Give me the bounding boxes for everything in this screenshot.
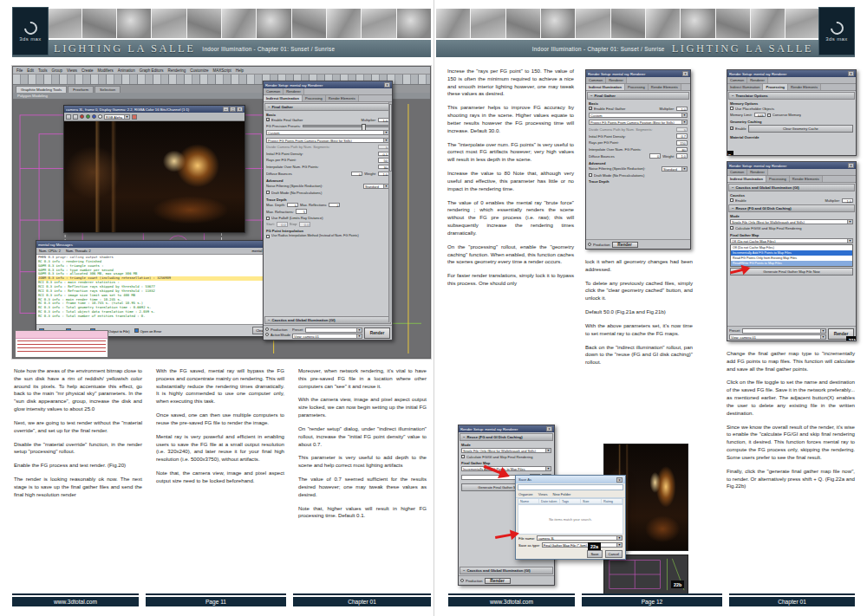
translator-options-rollout[interactable]: Translator Options [728, 92, 855, 100]
caustics-gi-rollout[interactable]: Caustics and Global Illumination (GI) [264, 316, 391, 324]
draft-mode-checkbox[interactable] [589, 173, 592, 177]
max-refractions-spinner[interactable]: 5 [296, 209, 307, 214]
save-image-icon[interactable] [66, 114, 71, 120]
weight-spinner[interactable]: 1.0 [676, 153, 688, 159]
max-depth-spinner[interactable]: 5 [287, 203, 298, 208]
multiplier-spinner[interactable]: 1.0 [676, 107, 688, 112]
geometry-caching-enable-checkbox[interactable] [730, 126, 733, 130]
maxscript-listener[interactable] [15, 330, 108, 358]
caustics-multiplier-spinner[interactable]: 1.0 [842, 198, 853, 204]
alpha-channel-icon[interactable] [98, 114, 102, 119]
caustics-gi-rollout[interactable]: Caustics and Global Illumination (GI) [728, 184, 855, 191]
preset-dropdown[interactable] [305, 327, 362, 333]
tab[interactable]: Processing [303, 95, 326, 101]
menu-item[interactable]: Tools [38, 68, 48, 73]
max-reflections-spinner[interactable]: 2 [329, 203, 340, 208]
column-header[interactable]: Date taken [539, 499, 560, 503]
file-list[interactable]: No items match your search. [518, 504, 623, 535]
rays-per-fg-point-spinner[interactable]: 150 [676, 140, 688, 146]
fg-preset-dropdown[interactable]: Custom [589, 113, 688, 118]
close-icon[interactable] [848, 163, 854, 168]
minimize-icon[interactable] [223, 107, 229, 112]
close-icon[interactable] [682, 71, 688, 76]
fg-precision-slider[interactable] [303, 125, 389, 127]
memory-limit-spinner[interactable]: 648 [754, 113, 766, 118]
fg-map-dropdown[interactable]: Off (Do not Cache Map Files) [730, 238, 853, 243]
reuse-fg-gi-rollout[interactable]: Reuse (FG and GI Disk Caching) [460, 433, 553, 441]
caustics-gi-rollout[interactable]: Caustics and Global Illumination (GI) [460, 567, 553, 574]
project-fg-points-dropdown[interactable]: Project FG Points From Camera Position (… [266, 138, 389, 143]
menu-item[interactable]: Graph Editors [140, 68, 164, 73]
views-menu[interactable]: Views [538, 492, 548, 496]
address-bar[interactable] [518, 484, 623, 490]
tab[interactable]: Renderer [747, 169, 768, 175]
render-setup-titlebar[interactable]: Render Setup: mental ray Renderer [264, 81, 392, 88]
diffuse-bounces-spinner[interactable]: 0 [351, 172, 362, 177]
clear-geometry-cache-button[interactable]: Clear Geometry Cache [748, 125, 853, 133]
tab[interactable]: Render Elements [788, 84, 821, 90]
tab[interactable]: Render Elements [326, 95, 359, 101]
reuse-fg-gi-rollout[interactable]: Reuse (FG and GI Disk Caching) [728, 204, 855, 212]
column-header[interactable]: Tags [560, 499, 581, 503]
ribbon-tab[interactable]: Freeform [68, 86, 94, 93]
noise-filtering-dropdown[interactable]: Standard [662, 166, 688, 172]
mode-dropdown[interactable]: Single File Only (Best for Walkthrough a… [730, 219, 853, 224]
close-icon[interactable] [384, 82, 390, 88]
organize-menu[interactable]: Organize [518, 492, 533, 496]
use-placeholder-objects-checkbox[interactable] [730, 107, 733, 110]
red-channel-icon[interactable] [80, 114, 84, 119]
production-radio[interactable] [460, 579, 464, 582]
production-radio[interactable] [265, 327, 269, 331]
menu-item[interactable]: Animation [118, 68, 135, 73]
view-dropdown[interactable]: View: camera 01 [292, 334, 362, 339]
column-header[interactable]: Name [518, 499, 539, 503]
menu-item[interactable]: Views [67, 68, 77, 73]
calc-skip-checkbox[interactable] [461, 455, 465, 458]
tab[interactable]: Common [586, 77, 606, 83]
tab[interactable]: Common [727, 77, 747, 83]
clone-image-icon[interactable] [73, 114, 78, 120]
final-gather-rollout[interactable]: Final Gather [587, 92, 689, 100]
tab[interactable]: Render Elements [790, 176, 823, 182]
close-icon[interactable] [546, 426, 552, 431]
tab[interactable]: Indirect Illumination [264, 95, 303, 101]
enable-final-gather-checkbox[interactable] [589, 107, 592, 110]
tab[interactable]: Indirect Illumination [727, 176, 766, 182]
maximize-icon[interactable] [230, 107, 236, 112]
mode-dropdown[interactable]: Single File Only (Best for Walkthrough a… [461, 448, 551, 453]
close-icon[interactable] [848, 71, 854, 76]
diffuse-bounces-spinner[interactable]: 0 [649, 153, 661, 159]
draft-mode-checkbox[interactable] [266, 191, 270, 194]
save-dialog-titlebar[interactable]: Save As [516, 476, 625, 483]
dialog-titlebar[interactable]: Render Setup: mental ray Renderer [586, 70, 690, 77]
channel-dropdown[interactable]: RGB Alpha [104, 114, 130, 120]
messages-titlebar[interactable]: mental ray Messages [36, 241, 290, 248]
divide-camera-path-spinner[interactable]: 9 [676, 127, 688, 133]
tab[interactable]: Renderer [284, 88, 304, 94]
green-channel-icon[interactable] [86, 114, 90, 119]
render-button[interactable]: Render [364, 327, 390, 339]
file-name-input[interactable]: camera 3L [537, 535, 623, 541]
project-fg-points-dropdown[interactable]: Project FG Points From Camera Position (… [589, 120, 688, 125]
dialog-titlebar[interactable]: Render Setup: mental ray Renderer [727, 70, 856, 77]
menu-item[interactable]: Help [236, 68, 244, 73]
column-header[interactable]: Rating [602, 499, 623, 503]
fg-preset-dropdown[interactable]: Custom [266, 130, 389, 135]
tab[interactable]: Processing [766, 176, 790, 182]
tab[interactable]: Indirect Illumination [727, 84, 763, 90]
falloff-stop-spinner[interactable]: 0.0 [299, 222, 310, 227]
column-header[interactable]: Size [581, 499, 602, 503]
falloff-start-spinner[interactable]: 0.0 [277, 222, 288, 227]
view-dropdown[interactable]: View: camera 01 [729, 334, 826, 340]
enable-final-gather-checkbox[interactable] [266, 118, 270, 121]
ribbon-panel-label[interactable]: Polygon Modeling [17, 94, 48, 98]
menu-item[interactable]: MAXScript [213, 68, 231, 73]
save-button[interactable]: Save [587, 550, 602, 558]
menu-item[interactable]: Rendering [168, 68, 186, 73]
tab[interactable]: Renderer [606, 77, 627, 83]
dialog-titlebar[interactable]: Render Setup: mental ray Renderer [459, 425, 554, 432]
tab[interactable]: Render Elements [649, 84, 681, 90]
menu-item[interactable]: Create [81, 68, 94, 73]
cancel-button[interactable]: Cancel [605, 550, 623, 558]
dialog-scrollbar[interactable] [388, 102, 392, 322]
